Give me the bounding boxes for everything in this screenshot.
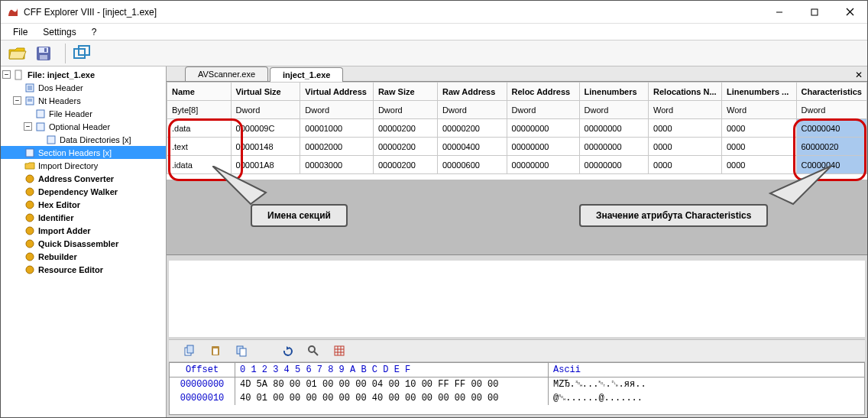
table-row[interactable]: .idata 000001A8 00003000 00000200 000006… (167, 156, 867, 174)
cell-linenum[interactable]: 00000000 (579, 119, 649, 138)
cell-reloc[interactable]: 00000000 (507, 119, 579, 138)
tab-inject1[interactable]: inject_1.exe (270, 67, 343, 82)
cell-rsize[interactable]: 00000200 (373, 138, 437, 156)
type-dword: Dword (231, 101, 300, 119)
cell-name[interactable]: .data (167, 119, 232, 138)
toolbar-save-icon[interactable] (33, 43, 54, 64)
hex-fill-icon[interactable] (332, 344, 346, 358)
window-controls (762, 1, 867, 23)
hex-view[interactable]: Offset 0 1 2 3 4 5 6 7 8 9 A B C D E F A… (169, 362, 865, 415)
cell-vsize[interactable]: 0000009C (231, 119, 300, 138)
tree-import-adder[interactable]: Import Adder (1, 224, 166, 237)
sheet-icon (45, 134, 57, 145)
cell-raddr[interactable]: 00000400 (438, 138, 507, 156)
tree-address-converter[interactable]: Address Converter (1, 172, 166, 185)
tree-nt-headers[interactable]: − Nt Headers (1, 94, 166, 107)
hex-ascii[interactable]: MZЂ.␁...␄.␐.яя.. (549, 377, 651, 391)
sheet-icon (34, 122, 47, 132)
cell-vsize[interactable]: 00000148 (231, 138, 300, 156)
svg-rect-33 (187, 345, 193, 353)
tree-section-headers[interactable]: Section Headers [x] (1, 146, 166, 159)
cell-vsize[interactable]: 000001A8 (231, 156, 300, 174)
cell-rsize[interactable]: 00000200 (373, 156, 437, 174)
cell-chars[interactable]: 60000020 (796, 138, 867, 156)
tree-toggle-icon[interactable]: − (24, 122, 32, 131)
cell-chars[interactable]: C0000040 (796, 156, 867, 174)
type-dword: Dword (507, 101, 579, 119)
tree-hex-editor[interactable]: Hex Editor (1, 198, 166, 211)
cell-vaddr[interactable]: 00001000 (300, 119, 374, 138)
hex-copy-icon[interactable] (183, 344, 196, 358)
cell-raddr[interactable]: 00000200 (438, 119, 507, 138)
cell-linenum[interactable]: 00000000 (579, 156, 649, 174)
col-name[interactable]: Name (167, 83, 232, 101)
col-reloc-address[interactable]: Reloc Address (507, 83, 579, 101)
tree-label: Dependency Walker (38, 187, 118, 196)
cell-chars[interactable]: C0000040 (796, 119, 867, 138)
col-virtual-size[interactable]: Virtual Size (231, 83, 300, 101)
menu-settings[interactable]: Settings (35, 25, 83, 39)
col-raw-size[interactable]: Raw Size (373, 83, 437, 101)
cell-vaddr[interactable]: 00003000 (300, 156, 374, 174)
tab-close-icon[interactable]: ✕ (855, 70, 863, 80)
tree-import-directory[interactable]: Import Directory (1, 159, 166, 172)
cell-vaddr[interactable]: 00002000 (300, 138, 374, 156)
col-linenumbers[interactable]: Linenumbers (579, 83, 649, 101)
col-virtual-address[interactable]: Virtual Address (300, 83, 374, 101)
svg-point-26 (26, 227, 34, 235)
hex-row[interactable]: 00000000 4D 5A 80 00 01 00 00 00 04 00 1… (170, 377, 864, 391)
tree-identifier[interactable]: Identifier (1, 211, 166, 224)
menu-bar: File Settings ? (1, 24, 867, 41)
tree-file-header[interactable]: File Header (1, 107, 166, 120)
toolbar-windows-icon[interactable] (72, 43, 93, 64)
cell-relocn[interactable]: 0000 (649, 156, 722, 174)
tree-rebuilder[interactable]: Rebuilder (1, 250, 166, 263)
minimize-button[interactable] (762, 1, 797, 23)
hex-find-icon[interactable] (306, 344, 320, 358)
cell-linenn[interactable]: 0000 (721, 156, 796, 174)
cell-reloc[interactable]: 00000000 (507, 138, 579, 156)
tab-avscanner[interactable]: AVScanner.exe (185, 66, 268, 81)
cell-rsize[interactable]: 00000200 (373, 119, 437, 138)
svg-rect-19 (37, 123, 44, 131)
close-button[interactable] (832, 1, 867, 23)
cell-linenn[interactable]: 0000 (721, 138, 796, 156)
table-row[interactable]: .text 00000148 00002000 00000200 0000040… (167, 138, 867, 156)
hex-undo-icon[interactable] (280, 344, 294, 358)
cell-linenn[interactable]: 0000 (721, 119, 796, 138)
col-relocations-n[interactable]: Relocations N... (649, 83, 722, 101)
tree-data-directories[interactable]: Data Directories [x] (1, 133, 166, 146)
tree-pane[interactable]: − File: inject_1.exe Dos Header − Nt Hea… (1, 66, 167, 417)
tree-quick-disassembler[interactable]: Quick Disassembler (1, 237, 166, 250)
hex-row[interactable]: 00000010 40 01 00 00 00 00 00 00 40 00 0… (170, 391, 864, 405)
tool-icon (24, 225, 36, 236)
col-characteristics[interactable]: Characteristics (796, 83, 867, 101)
col-linenumbers-n[interactable]: Linenumbers ... (721, 83, 796, 101)
toolbar-open-icon[interactable] (7, 43, 28, 64)
tree-optional-header[interactable]: − Optional Header (1, 120, 166, 133)
hex-bytes[interactable]: 40 01 00 00 00 00 00 00 40 00 00 00 00 0… (235, 391, 549, 405)
tree-root[interactable]: − File: inject_1.exe (1, 68, 166, 81)
cell-name[interactable]: .idata (167, 156, 232, 174)
tree-toggle-icon[interactable]: − (13, 96, 21, 105)
tree-dos-header[interactable]: Dos Header (1, 81, 166, 94)
tree-resource-editor[interactable]: Resource Editor (1, 263, 166, 276)
tree-toggle-icon[interactable]: − (2, 70, 11, 79)
hex-ascii[interactable]: @␁......@....... (549, 391, 647, 405)
hex-copyall-icon[interactable] (235, 344, 248, 358)
menu-help[interactable]: ? (84, 25, 105, 39)
cell-reloc[interactable]: 00000000 (507, 156, 579, 174)
hex-paste-icon[interactable] (209, 344, 222, 358)
cell-name[interactable]: .text (167, 138, 232, 156)
cell-raddr[interactable]: 00000600 (438, 156, 507, 174)
table-row[interactable]: .data 0000009C 00001000 00000200 0000020… (167, 119, 867, 138)
hex-bytes[interactable]: 4D 5A 80 00 01 00 00 00 04 00 10 00 FF F… (235, 377, 549, 391)
cell-linenum[interactable]: 00000000 (579, 138, 649, 156)
menu-file[interactable]: File (5, 25, 35, 39)
col-raw-address[interactable]: Raw Address (438, 83, 507, 101)
cell-relocn[interactable]: 0000 (649, 119, 722, 138)
section-headers-grid[interactable]: Name Virtual Size Virtual Address Raw Si… (167, 82, 867, 255)
maximize-button[interactable] (797, 1, 832, 23)
tree-dependency-walker[interactable]: Dependency Walker (1, 185, 166, 198)
cell-relocn[interactable]: 0000 (649, 138, 722, 156)
